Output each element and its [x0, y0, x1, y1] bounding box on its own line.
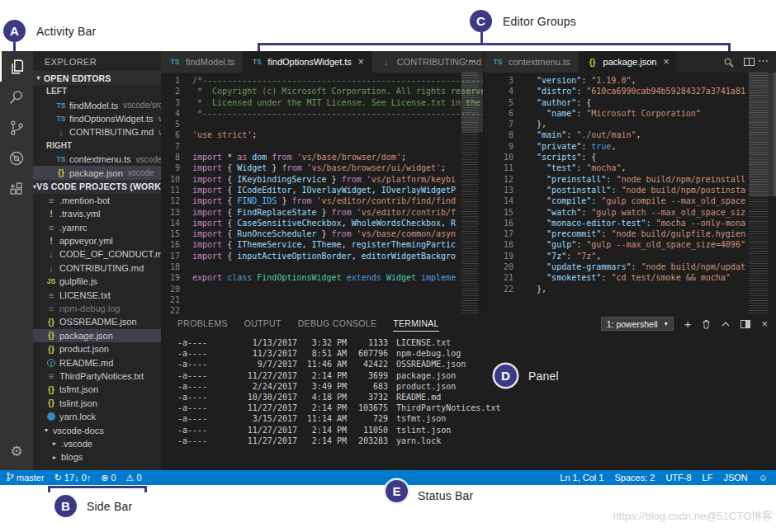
code-line[interactable]: 13 "postinstall": "node build/npm/postin… — [484, 185, 776, 195]
status-warning[interactable]: ⚠0 — [126, 473, 142, 483]
code-line[interactable]: 11import { ICodeEditor, IOverlayWidget, … — [161, 185, 483, 195]
file-item[interactable]: ↓CONTRIBUTING.md — [33, 261, 161, 275]
file-item[interactable]: ≡.mention-bot — [33, 194, 161, 207]
file-item[interactable]: ↓CODE_OF_CONDUCT.md — [33, 247, 161, 261]
folder-item[interactable]: ▾vscode-docs — [33, 423, 161, 436]
open-editors-header[interactable]: ▾ OPEN EDITORS — [33, 71, 161, 85]
folder-item[interactable]: ▸.vscode — [33, 437, 161, 450]
file-item[interactable]: JSgulpfile.js — [33, 275, 161, 288]
debug-icon[interactable] — [0, 143, 33, 173]
code-line[interactable]: 12 "preinstall": "node build/npm/preinst… — [484, 174, 776, 185]
file-item[interactable]: {}tslint.json — [33, 397, 161, 410]
panel-tab-output[interactable]: OUTPUT — [244, 318, 282, 331]
file-item[interactable]: ≡npm-debug.log — [33, 302, 161, 315]
open-editor-item[interactable]: {}package.jsonvscode — [33, 166, 161, 179]
panel-tab-problems[interactable]: PROBLEMS — [177, 318, 228, 331]
editor-tab[interactable]: TSfindModel.ts — [161, 51, 243, 73]
code-line[interactable]: 10 "scripts": { — [484, 152, 776, 162]
source-control-icon[interactable] — [0, 112, 33, 143]
code-line[interactable]: 10import { IKeybindingService } from 'vs… — [161, 174, 483, 185]
folder-item[interactable]: ▸blogs — [33, 450, 161, 464]
code-line[interactable]: 2 * Copyright (c) Microsoft Corporation.… — [161, 86, 483, 97]
panel-position-icon[interactable] — [741, 320, 750, 328]
code-line[interactable]: 4 *-------------------------------------… — [161, 108, 483, 119]
file-item[interactable]: {}product.json — [33, 342, 161, 355]
editor-content[interactable]: 1/*-------------------------------------… — [161, 73, 483, 313]
minimap[interactable] — [749, 73, 774, 313]
code-line[interactable]: 5 "author": { — [484, 97, 776, 108]
file-item[interactable]: {}package.json — [33, 329, 161, 342]
code-line[interactable]: 8import * as dom from 'vs/base/browser/d… — [161, 152, 483, 162]
new-terminal-icon[interactable]: + — [684, 318, 692, 329]
code-line[interactable]: 9import { Widget } from 'vs/base/browser… — [161, 162, 483, 173]
code-line[interactable]: 17 "precommit": "node build/gulpfile.hyg… — [484, 228, 776, 239]
status-item[interactable]: Spaces: 2 — [614, 473, 655, 483]
minimap[interactable] — [461, 73, 483, 313]
file-item[interactable]: {}tsfmt.json — [33, 383, 161, 396]
minimap-slider[interactable] — [749, 73, 774, 196]
status-sync[interactable]: ↻17↓ 0↑ — [54, 473, 92, 483]
code-line[interactable]: 22 — [161, 305, 483, 313]
minimap-slider[interactable] — [461, 73, 483, 132]
code-line[interactable]: 21 — [161, 294, 483, 305]
code-line[interactable]: 15 "watch": "gulp watch --max_old_space_… — [484, 207, 776, 218]
code-line[interactable]: 6'use strict'; — [161, 129, 483, 140]
code-line[interactable]: 16 "monaco-editor-test": "mocha --only-m… — [484, 218, 776, 228]
file-item[interactable]: yarn.lock — [33, 410, 161, 423]
code-line[interactable]: 19export class FindOptionsWidget extends… — [161, 272, 483, 283]
code-line[interactable]: 18 "gulp": "gulp --max_old_space_size=40… — [484, 239, 776, 250]
open-preview-icon[interactable] — [723, 57, 734, 68]
file-item[interactable]: !.travis.yml — [33, 207, 161, 220]
settings-gear-icon[interactable]: ⚙ — [0, 443, 33, 460]
file-item[interactable]: !appveyor.yml — [33, 234, 161, 247]
code-line[interactable]: 8 "main": "./out/main", — [484, 129, 776, 140]
status-error[interactable]: ⊗0 — [101, 473, 116, 483]
code-line[interactable]: 16import { IThemeService, ITheme, regist… — [161, 239, 483, 250]
open-editor-item[interactable]: TSfindOptionsWidget.tsvsco... — [33, 112, 161, 125]
editor-content[interactable]: 3 "version": "1.19.0",4 "distro": "610ca… — [484, 73, 776, 313]
code-line[interactable]: 13import { FindReplaceState } from 'vs/e… — [161, 207, 483, 218]
file-item[interactable]: ≡.yarnrc — [33, 221, 161, 234]
open-editor-item[interactable]: TScontextmenu.tsvscode/src/... — [33, 153, 161, 166]
open-editor-item[interactable]: TSfindModel.tsvscode/src/vs/... — [33, 98, 161, 111]
code-line[interactable]: 18 — [161, 261, 483, 272]
code-line[interactable]: 7 — [161, 141, 483, 152]
workspace-header[interactable]: ▾ VS CODE PROJECTS (WORKSPACE) — [33, 180, 161, 194]
more-actions-icon[interactable]: ⋯ — [758, 51, 769, 73]
code-line[interactable]: 9 "private": true, — [484, 141, 776, 152]
kill-terminal-icon[interactable] — [702, 319, 711, 329]
code-line[interactable]: 3 "version": "1.19.0", — [484, 75, 776, 86]
editor-tab[interactable]: {}package.json× — [579, 51, 678, 73]
code-line[interactable]: 21 "smoketest": "cd test/smoke && mocha" — [484, 272, 776, 283]
file-item[interactable]: ≡ThirdPartyNotices.txt — [33, 370, 161, 383]
code-line[interactable]: 19 "7z": "7z", — [484, 251, 776, 261]
extensions-icon[interactable] — [0, 173, 33, 204]
code-line[interactable]: 20 "update-grammars": "node build/npm/up… — [484, 261, 776, 272]
file-item[interactable]: ≡LICENSE.txt — [33, 288, 161, 301]
files-icon[interactable] — [0, 51, 33, 82]
status-git-branch[interactable]: master — [7, 472, 45, 483]
open-editor-item[interactable]: ↓CONTRIBUTING.mdvscode — [33, 125, 161, 139]
panel-tab-debug-console[interactable]: DEBUG CONSOLE — [298, 318, 377, 331]
code-line[interactable]: 11 "test": "mocha", — [484, 162, 776, 173]
code-line[interactable]: 12import { FIND_IDS } from 'vs/editor/co… — [161, 195, 483, 206]
code-line[interactable]: 17import { inputActiveOptionBorder, edit… — [161, 251, 483, 261]
more-tabs-icon[interactable]: ⋯ — [465, 51, 476, 73]
split-editor-icon[interactable] — [744, 58, 755, 66]
file-item[interactable]: iREADME.md — [33, 355, 161, 369]
code-line[interactable]: 7 }, — [484, 119, 776, 129]
code-line[interactable]: 1/*-------------------------------------… — [161, 75, 483, 86]
code-line[interactable]: 4 "distro": "610ca6990cab94b59284327a374… — [484, 86, 776, 97]
feedback-smiley-icon[interactable]: ☺ — [759, 473, 768, 483]
code-line[interactable]: 15import { RunOnceScheduler } from 'vs/b… — [161, 228, 483, 239]
code-line[interactable]: 14import { CaseSensitiveCheckbox, WholeW… — [161, 218, 483, 228]
editor-tab[interactable]: TSfindOptionsWidget.ts× — [243, 51, 372, 73]
search-icon[interactable] — [0, 82, 33, 112]
file-item[interactable]: {}OSSREADME.json — [33, 315, 161, 328]
panel-tab-terminal[interactable]: TERMINAL — [393, 318, 439, 332]
status-item[interactable]: JSON — [723, 473, 747, 483]
editor-tab[interactable]: TScontextmenu.ts — [484, 51, 579, 73]
close-icon[interactable]: × — [358, 56, 364, 68]
code-line[interactable]: 3 * Licensed under the MIT License. See … — [161, 97, 483, 108]
code-line[interactable]: 22 }, — [484, 284, 776, 294]
